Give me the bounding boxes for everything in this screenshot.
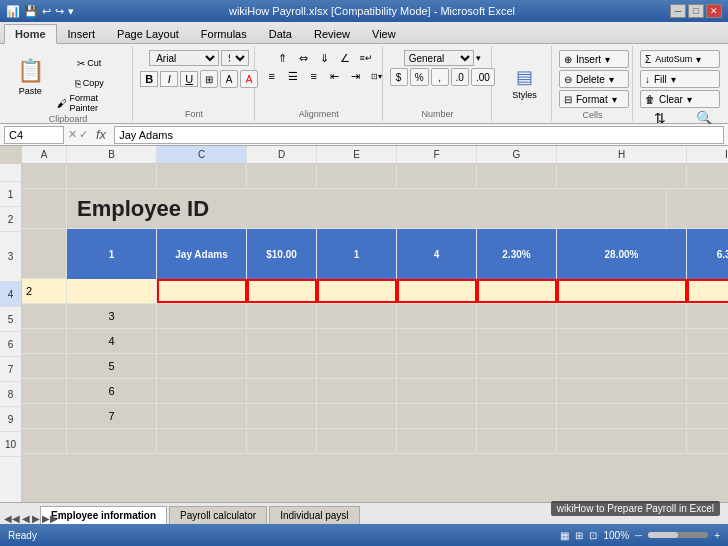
styles-button[interactable]: ▤ Styles xyxy=(499,56,549,110)
view-page-break-button[interactable]: ⊡ xyxy=(589,530,597,541)
cell-c6[interactable] xyxy=(157,329,247,353)
cell-a7[interactable] xyxy=(22,354,67,378)
quick-access-save[interactable]: 💾 xyxy=(24,5,38,18)
function-icon[interactable]: fx xyxy=(92,127,110,142)
cell-g1[interactable] xyxy=(477,164,557,188)
cancel-formula-icon[interactable]: ✕ xyxy=(68,128,77,141)
row-header-3[interactable]: 3 xyxy=(0,232,21,282)
cell-f4[interactable] xyxy=(397,279,477,303)
cell-c9[interactable] xyxy=(157,404,247,428)
minimize-button[interactable]: ─ xyxy=(670,4,686,18)
cell-g4[interactable] xyxy=(477,279,557,303)
cell-h4[interactable] xyxy=(557,279,687,303)
cell-d10[interactable] xyxy=(247,429,317,453)
row-header-0[interactable] xyxy=(0,164,21,182)
cell-b7[interactable]: 5 xyxy=(67,354,157,378)
cell-e1[interactable] xyxy=(317,164,397,188)
formula-input[interactable] xyxy=(114,126,724,144)
align-middle-button[interactable]: ⇔ xyxy=(293,50,313,66)
decrease-indent-button[interactable]: ⇤ xyxy=(325,68,345,84)
align-center-button[interactable]: ☰ xyxy=(283,68,303,84)
sheet-tab-individual[interactable]: Individual paysl xyxy=(269,506,359,524)
cell-b1[interactable] xyxy=(67,164,157,188)
sheet-tab-employee[interactable]: Employee information xyxy=(40,506,167,524)
tab-page-layout[interactable]: Page Layout xyxy=(106,23,190,43)
italic-button[interactable]: I xyxy=(160,71,178,87)
cell-f9[interactable] xyxy=(397,404,477,428)
copy-button[interactable]: ⎘ Copy xyxy=(52,74,126,92)
cell-f8[interactable] xyxy=(397,379,477,403)
cell-h5[interactable] xyxy=(557,304,687,328)
paste-button[interactable]: 📋 Paste xyxy=(10,50,50,104)
next-sheet-button[interactable]: ▶▶ xyxy=(42,513,58,524)
cell-i8[interactable] xyxy=(687,379,728,403)
cell-d5[interactable] xyxy=(247,304,317,328)
cell-a6[interactable] xyxy=(22,329,67,353)
cell-f6[interactable] xyxy=(397,329,477,353)
cell-b9[interactable]: 7 xyxy=(67,404,157,428)
next-sheet-step-button[interactable]: ▶ xyxy=(32,513,40,524)
cell-d3-header[interactable]: $10.00 xyxy=(247,229,317,279)
cell-h6[interactable] xyxy=(557,329,687,353)
cell-b5[interactable]: 3 xyxy=(67,304,157,328)
cell-h8[interactable] xyxy=(557,379,687,403)
col-header-f[interactable]: F xyxy=(397,146,477,163)
prev-sheet-button[interactable]: ◀◀ xyxy=(4,513,20,524)
number-format-dropdown[interactable]: ▾ xyxy=(476,53,481,63)
cell-a9[interactable] xyxy=(22,404,67,428)
cell-a1[interactable] xyxy=(22,164,67,188)
sheet-tab-payroll[interactable]: Payroll calculator xyxy=(169,506,267,524)
tab-data[interactable]: Data xyxy=(258,23,303,43)
cell-c4-selected[interactable] xyxy=(157,279,247,303)
cell-d8[interactable] xyxy=(247,379,317,403)
cell-f5[interactable] xyxy=(397,304,477,328)
cell-i1[interactable] xyxy=(687,164,728,188)
fill-color-button[interactable]: A xyxy=(220,70,238,88)
decrease-decimal-button[interactable]: .0 xyxy=(451,68,469,86)
prev-sheet-step-button[interactable]: ◀ xyxy=(22,513,30,524)
percent-button[interactable]: % xyxy=(410,68,429,86)
row-header-2[interactable]: 2 xyxy=(0,207,21,232)
align-top-button[interactable]: ⇑ xyxy=(272,50,292,66)
increase-decimal-button[interactable]: .00 xyxy=(471,68,495,86)
cell-f7[interactable] xyxy=(397,354,477,378)
cell-a10[interactable] xyxy=(22,429,67,453)
underline-button[interactable]: U xyxy=(180,71,198,87)
align-bottom-button[interactable]: ⇓ xyxy=(314,50,334,66)
cell-b2-title[interactable]: Employee ID xyxy=(67,189,667,228)
align-right-button[interactable]: ≡ xyxy=(304,68,324,84)
cell-c5[interactable] xyxy=(157,304,247,328)
cell-b10[interactable] xyxy=(67,429,157,453)
cut-button[interactable]: ✂ Cut xyxy=(52,54,126,72)
cell-e6[interactable] xyxy=(317,329,397,353)
row-header-10[interactable]: 10 xyxy=(0,432,21,457)
bold-button[interactable]: B xyxy=(140,71,158,87)
cell-i5[interactable] xyxy=(687,304,728,328)
cell-a4[interactable]: 2 xyxy=(22,279,67,303)
cell-b6[interactable]: 4 xyxy=(67,329,157,353)
text-angle-button[interactable]: ∠ xyxy=(335,50,355,66)
align-left-button[interactable]: ≡ xyxy=(262,68,282,84)
cell-b4[interactable] xyxy=(67,279,157,303)
col-header-e[interactable]: E xyxy=(317,146,397,163)
cell-i9[interactable] xyxy=(687,404,728,428)
cell-c8[interactable] xyxy=(157,379,247,403)
cell-g3-header[interactable]: 2.30% xyxy=(477,229,557,279)
zoom-out-button[interactable]: ─ xyxy=(635,530,642,541)
cell-reference-box[interactable] xyxy=(4,126,64,144)
restore-button[interactable]: □ xyxy=(688,4,704,18)
col-header-b[interactable]: B xyxy=(67,146,157,163)
row-header-7[interactable]: 7 xyxy=(0,357,21,382)
row-header-1[interactable]: 1 xyxy=(0,182,21,207)
close-button[interactable]: ✕ xyxy=(706,4,722,18)
fill-button[interactable]: ↓Fill▾ xyxy=(640,70,720,88)
delete-cells-button[interactable]: ⊖Delete▾ xyxy=(559,70,629,88)
view-layout-button[interactable]: ⊞ xyxy=(575,530,583,541)
row-header-8[interactable]: 8 xyxy=(0,382,21,407)
cell-f1[interactable] xyxy=(397,164,477,188)
cell-e10[interactable] xyxy=(317,429,397,453)
cell-e4[interactable] xyxy=(317,279,397,303)
insert-cells-button[interactable]: ⊕Insert▾ xyxy=(559,50,629,68)
tab-insert[interactable]: Insert xyxy=(57,23,107,43)
cell-i6[interactable] xyxy=(687,329,728,353)
